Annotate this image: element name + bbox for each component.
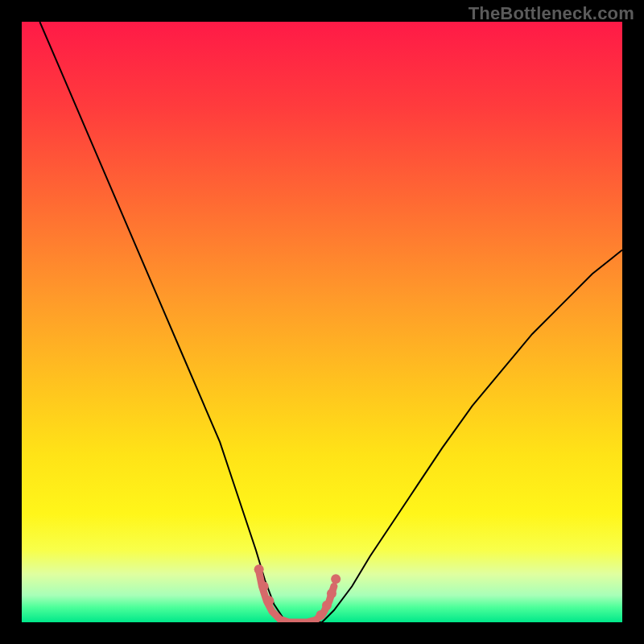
valley-dots xyxy=(259,581,269,591)
valley-dots xyxy=(331,574,341,584)
valley-dots xyxy=(322,601,332,610)
gradient-background xyxy=(22,22,622,622)
chart-frame: TheBottleneck.com xyxy=(0,0,644,644)
watermark-text: TheBottleneck.com xyxy=(469,3,634,24)
plot-area xyxy=(22,22,622,622)
valley-dots xyxy=(264,596,274,605)
valley-dots xyxy=(316,610,326,620)
chart-svg xyxy=(22,22,622,622)
valley-dots xyxy=(254,564,264,574)
valley-dots xyxy=(327,588,336,598)
